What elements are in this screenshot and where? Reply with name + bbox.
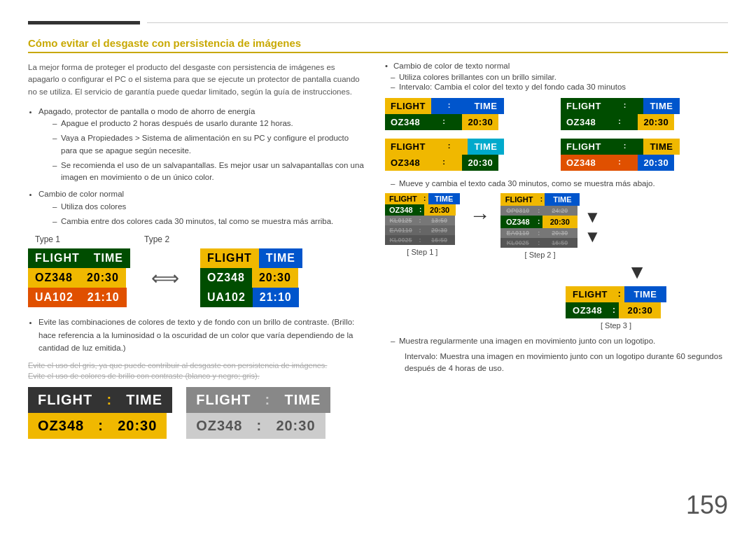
s2-colon5: : [536,238,542,248]
type2-ua-value: UA102 [200,288,253,307]
cb3-data: OZ348 : 20:30 [385,155,552,171]
s3-colon2: : [609,302,619,318]
large-board1-data: OZ348 : 20:30 [28,413,172,439]
dash-item: Cambia entre dos colores cada 30 minutos… [52,216,364,227]
cb1-time: TIME [468,98,504,114]
large-boards-row: FLIGHT : TIME OZ348 : 20:30 FLIGHT : [28,387,364,439]
step-intro-dash: Mueve y cambia el texto cada 30 minutos,… [385,179,728,188]
large-board-1: FLIGHT : TIME OZ348 : 20:30 [28,387,172,439]
cb4-flight: FLIGHT [561,139,607,155]
page-container: Cómo evitar el desgaste con persistencia… [0,0,756,534]
cb3-header: FLIGHT : TIME [385,139,552,155]
step2-r2: OZ348 : 20:30 [500,216,580,228]
lb1-flight: FLIGHT [28,387,102,413]
step2-label: [ Step 2 ] [525,251,556,259]
s1-flight: FLIGHT [385,193,421,204]
cb2-oz: OZ348 [561,114,601,130]
cb1-data: OZ348 : 20:30 [385,114,552,130]
color-board-2: FLIGHT : TIME OZ348 : 20:30 [561,98,728,130]
color-board-4: FLIGHT : TIME OZ348 : 20:30 [561,139,728,171]
s1-time1: 20:30 [424,204,456,216]
s3-flight: FLIGHT [566,286,615,302]
step3-label: [ Step 3 ] [601,321,631,330]
lb1-oz: OZ348 [28,413,94,439]
large-board1-header: FLIGHT : TIME [28,387,172,413]
page-number: 159 [686,491,728,520]
type1-oz-time: 20:30 [80,268,126,288]
lb1-colon: : [102,387,116,413]
cb4-colon: : [607,139,643,155]
s1-colon2: : [417,204,424,216]
top-line-dark [28,21,140,24]
type2-ua-time: 21:10 [253,288,299,307]
large-board2-data: OZ348 : 20:30 [186,413,330,439]
step1-r4: KL0025 : 16:50 [385,235,460,245]
section-title: Cómo evitar el desgaste con persistencia… [28,37,728,53]
step1-r1: OZ348 : 20:30 [385,204,460,216]
strike-line-1: Evite el uso del gris, ya que puede cont… [28,361,364,370]
color-board-1: FLIGHT : TIME OZ348 : 20:30 [385,98,552,130]
s1-ea1: EA0110 [385,225,416,235]
cb4-colon2: : [601,155,638,171]
step-arrow-down: ▼ [546,261,728,283]
right-dash-1: Utiliza colores brillantes con un brillo… [385,73,728,81]
large-board-2: FLIGHT : TIME OZ348 : 20:30 [186,387,330,439]
type2-oz-row: OZ348 20:30 [200,268,302,288]
final-notes: Muestra regularmente una imagen en movim… [385,337,728,375]
step1-r2: KL0125 : 13:50 [385,216,460,225]
dash-item: Utiliza dos colores [52,201,364,213]
s2-t2030b: 20:30 [542,228,578,238]
s3-time-val: 20:30 [619,302,661,318]
type2-time-label: TIME [259,248,302,268]
cb2-time: TIME [643,98,680,114]
s1-t1650: 16:50 [424,235,455,245]
type1-board: FLIGHT TIME OZ348 20:30 UA102 21:10 [28,248,130,307]
cb4-time-val: 20:30 [638,155,674,171]
s1-colon5: : [416,235,424,245]
lb2-flight: FLIGHT [186,387,260,413]
step1-r3: EA0110 : 20:30 [385,225,460,235]
s2-t2420: 24:20 [542,206,578,216]
s1-time: TIME [428,193,460,204]
cb1-oz: OZ348 [385,114,426,130]
cb2-colon: : [607,98,643,114]
contrast-text: Evite las combinaciones de colores de te… [38,316,364,354]
note-dash-1: Muestra regularmente una imagen en movim… [385,337,728,345]
arrow-down-1: ▼ [584,207,601,227]
top-line-light [147,22,728,23]
type1-label: Type 1 [35,234,60,244]
lb1-time: TIME [116,387,172,413]
cb3-oz: OZ348 [385,155,426,171]
type1-time-label: TIME [87,248,130,268]
dash-item: Vaya a Propiedades > Sistema de alimenta… [52,132,364,157]
cb3-flight: FLIGHT [385,139,431,155]
type1-flight-label: FLIGHT [28,248,87,268]
step2-header: FLIGHT : TIME [500,193,580,206]
steps-row: FLIGHT : TIME OZ348 : 20:30 KL0125 : [385,193,728,259]
cb4-time: TIME [643,139,680,155]
lb2-oz: OZ348 [186,413,252,439]
type2-header-row: FLIGHT TIME [200,248,302,268]
s2-flight: FLIGHT [500,193,538,206]
dash-item: Se recomienda el uso de un salvapantalla… [52,160,364,184]
large-board2-header: FLIGHT : TIME [186,387,330,413]
lb2-time-val: 20:30 [266,413,325,439]
s2-op: OP0310 [500,206,536,216]
double-down-arrow: ▼ ▼ [584,207,601,246]
type2-label: Type 2 [144,234,169,244]
s3-oz: OZ348 [566,302,609,318]
lb1-time-val: 20:30 [108,413,167,439]
cb4-data: OZ348 : 20:30 [561,155,728,171]
lb1-colon2: : [94,413,108,439]
step2-r1: OP0310 : 24:20 [500,206,580,216]
top-decorative-lines [28,21,728,24]
type-boards-row: FLIGHT TIME OZ348 20:30 UA102 21:10 ⟺ [28,248,364,307]
step3-data: OZ348 : 20:30 [566,302,666,318]
type1-oz-value: OZ348 [28,268,80,288]
main-layout: La mejor forma de proteger el producto d… [28,62,728,439]
dash-item: Apague el producto 2 horas después de us… [52,118,364,129]
cb2-colon2: : [601,114,638,130]
step2-r4: KL0025 : 16:50 [500,238,580,248]
bullet-item-1: Apagado, protector de pantalla o modo de… [38,105,364,184]
type1-ua-row: UA102 21:10 [28,288,130,307]
